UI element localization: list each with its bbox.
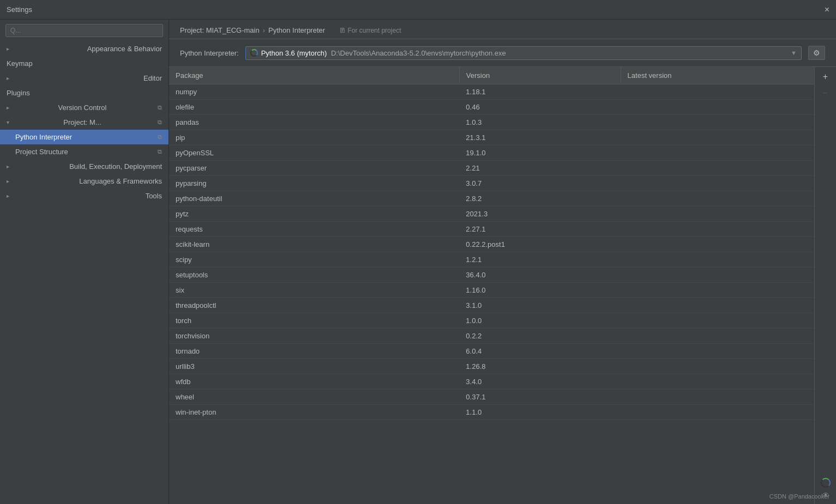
sidebar-item-plugins[interactable]: Plugins (0, 86, 169, 100)
dropdown-arrow-icon[interactable]: ▼ (791, 50, 797, 56)
package-name-cell: wheel (169, 390, 459, 405)
package-version-cell: 0.22.2.post1 (459, 237, 621, 252)
package-name-cell: threadpoolctl (169, 298, 459, 313)
interpreter-row: Python Interpreter: Python 3.6 (mytorch)… (169, 39, 836, 67)
table-row[interactable]: python-dateutil2.8.2 (169, 191, 814, 207)
package-latest-cell (621, 359, 814, 374)
table-row[interactable]: wheel0.37.1 (169, 390, 814, 405)
content-area: Project: MIAT_ECG-main › Python Interpre… (169, 20, 836, 504)
package-name-cell: pyOpenSSL (169, 145, 459, 161)
package-version-cell: 0.2.2 (459, 329, 621, 344)
sidebar-item-label-plugins: Plugins (7, 89, 30, 97)
sidebar-item-label-tools: Tools (146, 192, 162, 200)
table-row[interactable]: pyparsing3.0.7 (169, 176, 814, 191)
package-latest-cell (621, 100, 814, 115)
package-latest-cell (621, 344, 814, 359)
package-name-cell: scikit-learn (169, 237, 459, 252)
sidebar-item-project[interactable]: ▾Project: M...⧉ (0, 115, 169, 130)
sidebar-item-label-appearance: Appearance & Behavior (87, 45, 162, 53)
remove-package-button[interactable]: − (818, 86, 833, 101)
table-row[interactable]: threadpoolctl3.1.0 (169, 298, 814, 313)
breadcrumb-current: Python Interpreter (268, 26, 325, 34)
copy-icon-python-interpreter[interactable]: ⧉ (158, 133, 162, 141)
table-row[interactable]: wfdb3.4.0 (169, 374, 814, 390)
package-name-cell: setuptools (169, 268, 459, 283)
interpreter-label: Python Interpreter: (180, 49, 239, 57)
table-row[interactable]: pandas1.0.3 (169, 115, 814, 130)
col-header-package[interactable]: Package (169, 67, 459, 84)
package-version-cell: 2.27.1 (459, 222, 621, 237)
table-row[interactable]: win-inet-pton1.1.0 (169, 405, 814, 420)
table-header-row: Package Version Latest version (169, 67, 814, 84)
package-version-cell: 0.37.1 (459, 390, 621, 405)
sidebar-item-build-execution[interactable]: ▸Build, Execution, Deployment (0, 159, 169, 174)
search-input[interactable] (5, 24, 163, 37)
interpreter-select[interactable]: Python 3.6 (mytorch) D:\DevTools\Anacond… (245, 46, 802, 60)
package-latest-cell (621, 283, 814, 298)
close-button[interactable]: × (825, 5, 829, 14)
table-row[interactable]: pyOpenSSL19.1.0 (169, 145, 814, 161)
package-name-cell: tornado (169, 344, 459, 359)
package-table-wrapper[interactable]: Package Version Latest version numpy1.18… (169, 67, 814, 504)
package-latest-cell (621, 222, 814, 237)
package-name-cell: pytz (169, 207, 459, 222)
table-row[interactable]: scikit-learn0.22.2.post1 (169, 237, 814, 252)
package-version-cell: 1.0.0 (459, 313, 621, 329)
package-name-cell: scipy (169, 252, 459, 268)
expand-icon-editor: ▸ (7, 75, 9, 81)
table-row[interactable]: urllib31.26.8 (169, 359, 814, 374)
table-row[interactable]: tornado6.0.4 (169, 344, 814, 359)
package-version-cell: 1.0.3 (459, 115, 621, 130)
settings-gear-button[interactable]: ⚙ (808, 46, 825, 60)
sidebar-item-label-build-execution: Build, Execution, Deployment (69, 162, 162, 171)
loading-spinner-icon (250, 49, 258, 57)
sidebar-item-editor[interactable]: ▸Editor (0, 71, 169, 86)
copy-icon-version-control[interactable]: ⧉ (158, 104, 162, 111)
sidebar-item-project-structure[interactable]: Project Structure⧉ (0, 144, 169, 159)
package-latest-cell (621, 298, 814, 313)
window-title: Settings (7, 5, 32, 14)
col-header-version[interactable]: Version (459, 67, 621, 84)
copy-icon-project[interactable]: ⧉ (158, 119, 162, 126)
package-version-cell: 2021.3 (459, 207, 621, 222)
package-version-cell: 6.0.4 (459, 344, 621, 359)
sidebar-item-keymap[interactable]: Keymap (0, 56, 169, 71)
sidebar-item-label-editor: Editor (143, 74, 162, 82)
table-row[interactable]: scipy1.2.1 (169, 252, 814, 268)
table-row[interactable]: setuptools36.4.0 (169, 268, 814, 283)
package-version-cell: 21.3.1 (459, 130, 621, 145)
table-row[interactable]: requests2.27.1 (169, 222, 814, 237)
package-version-cell: 1.26.8 (459, 359, 621, 374)
sidebar-item-tools[interactable]: ▸Tools (0, 189, 169, 203)
table-row[interactable]: numpy1.18.1 (169, 84, 814, 100)
table-row[interactable]: pytz2021.3 (169, 207, 814, 222)
package-version-cell: 3.4.0 (459, 374, 621, 390)
table-row[interactable]: torchvision0.2.2 (169, 329, 814, 344)
table-row[interactable]: pycparser2.21 (169, 161, 814, 176)
package-name-cell: pandas (169, 115, 459, 130)
sidebar-item-appearance[interactable]: ▸Appearance & Behavior (0, 41, 169, 56)
package-name-cell: win-inet-pton (169, 405, 459, 420)
copy-icon-project-structure[interactable]: ⧉ (158, 148, 162, 155)
package-name-cell: olefile (169, 100, 459, 115)
col-header-latest[interactable]: Latest version (621, 67, 814, 84)
package-latest-cell (621, 161, 814, 176)
expand-icon-version-control: ▸ (7, 105, 9, 111)
table-row[interactable]: olefile0.46 (169, 100, 814, 115)
sidebar-item-languages[interactable]: ▸Languages & Frameworks (0, 174, 169, 189)
package-latest-cell (621, 405, 814, 420)
interpreter-path: D:\DevTools\Anaconda3-5.2.0\envs\mytorch… (331, 49, 506, 57)
table-row[interactable]: torch1.0.0 (169, 313, 814, 329)
package-table-body: numpy1.18.1olefile0.46pandas1.0.3pip21.3… (169, 84, 814, 420)
sidebar-item-python-interpreter[interactable]: Python Interpreter⧉ (0, 130, 169, 144)
sidebar-item-version-control[interactable]: ▸Version Control⧉ (0, 100, 169, 115)
package-latest-cell (621, 191, 814, 207)
table-row[interactable]: six1.16.0 (169, 283, 814, 298)
sidebar-item-label-project-structure: Project Structure (15, 148, 68, 156)
sidebar-item-label-project: Project: M... (63, 118, 101, 126)
expand-icon-build-execution: ▸ (7, 163, 9, 169)
table-row[interactable]: pip21.3.1 (169, 130, 814, 145)
action-buttons-panel: + − 👁 (814, 67, 836, 504)
add-package-button[interactable]: + (818, 69, 833, 84)
package-latest-cell (621, 268, 814, 283)
